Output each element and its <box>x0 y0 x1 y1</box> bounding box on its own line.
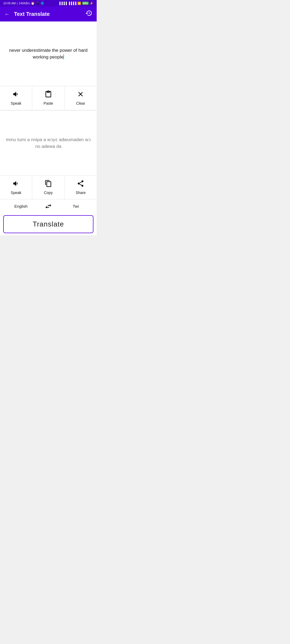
share-icon <box>77 180 84 189</box>
signal-icon-2: ▐▐▐▐ <box>68 2 76 5</box>
back-button[interactable]: ← <box>4 11 10 17</box>
translate-button-container: Translate <box>0 213 97 235</box>
paste-label: Paste <box>44 101 53 105</box>
share-label: Share <box>76 191 86 195</box>
source-text-area[interactable]: never underestimate the power of hard wo… <box>0 21 97 86</box>
translation-text: mmu tumi a nnipa a wɔyɛ adwumaden wɔ no … <box>5 136 91 150</box>
translation-speak-label: Speak <box>11 191 21 195</box>
translate-button[interactable]: Translate <box>3 215 93 233</box>
paste-button[interactable]: Paste <box>32 86 64 110</box>
translate-label: Translate <box>33 220 64 228</box>
translation-speak-button[interactable]: Speak <box>0 175 32 199</box>
source-text: never underestimate the power of hard wo… <box>5 47 91 61</box>
translation-action-buttons: Speak Copy Share <box>0 175 97 199</box>
status-network: 145KB/s <box>19 2 30 5</box>
clear-label: Clear <box>76 101 85 105</box>
other-icon: 🔵 <box>41 2 44 5</box>
translation-section: mmu tumi a nnipa a wɔyɛ adwumaden wɔ no … <box>0 111 97 199</box>
source-action-buttons: Speak Paste Clear <box>0 86 97 110</box>
history-icon <box>85 10 92 17</box>
paste-icon <box>45 90 52 100</box>
source-speak-button[interactable]: Speak <box>0 86 32 110</box>
speak-icon <box>12 90 20 100</box>
clear-button[interactable]: Clear <box>65 86 97 110</box>
app-title: Text Translate <box>14 11 85 17</box>
text-cursor <box>63 54 64 60</box>
language-bar: English Twi <box>0 199 97 213</box>
share-button[interactable]: Share <box>65 175 97 199</box>
source-language-label: English <box>14 204 27 208</box>
app-bar: ← Text Translate <box>0 6 97 21</box>
language-swap-button[interactable] <box>42 203 55 210</box>
status-bar: 10:05 AM | 145KB/s ⏰ 📱 🔵 ▐▐▐▐ ▐▐▐▐ 📶 63 … <box>0 0 97 6</box>
copy-icon <box>45 180 52 189</box>
status-time: 10:05 AM <box>3 2 16 5</box>
target-language-button[interactable]: Twi <box>55 199 97 213</box>
wifi-icon: 📶 <box>77 2 81 5</box>
swap-icon <box>45 203 52 210</box>
status-right: ▐▐▐▐ ▐▐▐▐ 📶 63 % ⚡ <box>59 2 93 5</box>
source-language-button[interactable]: English <box>0 199 42 213</box>
source-speak-label: Speak <box>11 101 21 105</box>
status-separator: | <box>17 2 17 5</box>
charging-icon: ⚡ <box>90 2 93 5</box>
status-left: 10:05 AM | 145KB/s ⏰ 📱 🔵 <box>3 2 44 5</box>
clear-icon <box>77 90 84 100</box>
signal-icon: ▐▐▐▐ <box>59 2 67 5</box>
source-section: never underestimate the power of hard wo… <box>0 21 97 110</box>
copy-label: Copy <box>44 191 53 195</box>
whatsapp-icon: 📱 <box>36 2 39 5</box>
target-language-label: Twi <box>73 204 79 208</box>
copy-button[interactable]: Copy <box>32 175 64 199</box>
history-button[interactable] <box>85 10 92 18</box>
alarm-icon: ⏰ <box>31 2 35 5</box>
translation-speak-icon <box>12 180 20 189</box>
translation-text-area: mmu tumi a nnipa a wɔyɛ adwumaden wɔ no … <box>0 111 97 175</box>
battery-icon: 63 % <box>82 2 89 5</box>
